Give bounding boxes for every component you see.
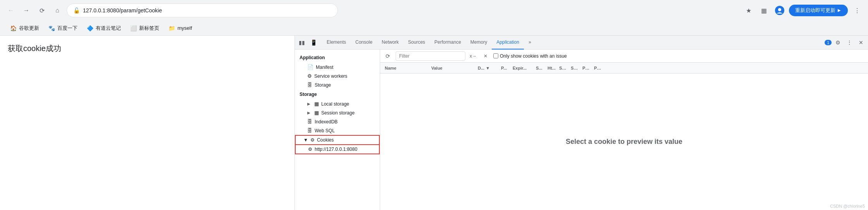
- col-samesite[interactable]: Sa...: [569, 66, 581, 70]
- col-size[interactable]: S...: [534, 66, 546, 70]
- col-domain[interactable]: D... ▼: [476, 66, 499, 70]
- col-expires[interactable]: Expir...: [511, 66, 534, 70]
- bookmark-label: 有道云笔记: [96, 25, 121, 32]
- bookmark-label: myself: [177, 25, 192, 31]
- col-path[interactable]: P...: [499, 66, 511, 70]
- devtools-body: Application 📄 Manifest ⚙ Service workers…: [295, 50, 868, 210]
- web-sql-icon: 🗄: [307, 128, 312, 133]
- cookie-preview-area: Select a cookie to preview its value: [380, 73, 868, 210]
- filter-clear-button[interactable]: ✕: [481, 51, 490, 61]
- manifest-icon: 📄: [307, 64, 313, 70]
- lock-icon: 🔓: [73, 7, 80, 14]
- menu-icon[interactable]: ⋮: [851, 4, 863, 17]
- devtools-main: ⟳ x→ ✕ Only show cookies with an issue N…: [380, 50, 868, 210]
- close-devtools-icon[interactable]: ✕: [856, 37, 866, 48]
- tab-elements[interactable]: Elements: [322, 36, 351, 50]
- sidebar-manifest[interactable]: 📄 Manifest: [295, 63, 380, 72]
- google-icon: 🏠: [10, 25, 17, 31]
- nav-right: ★ ▦ 重新启动即可更新 ► ⋮: [742, 4, 863, 17]
- refresh-cookies-button[interactable]: ⟳: [383, 51, 393, 61]
- folder-icon: 📁: [169, 25, 175, 31]
- settings-icon[interactable]: ⚙: [832, 37, 843, 48]
- bookmark-newtab[interactable]: ⬜ 新标签页: [126, 23, 163, 33]
- main-area: 获取cookie成功 ▮▮ 📱 Elements Console Network…: [0, 36, 868, 210]
- cookies-arrow: ▼: [303, 137, 308, 143]
- address-bar[interactable]: 🔓 127.0.0.1:8080/param/getCookie: [67, 3, 338, 17]
- service-workers-label: Service workers: [314, 73, 347, 79]
- col-value[interactable]: Value: [430, 66, 476, 70]
- devtools-tabs-bar: ▮▮ 📱 Elements Console Network Sources Pe…: [295, 36, 868, 50]
- tab-console[interactable]: Console: [351, 36, 377, 50]
- only-issues-checkbox-label[interactable]: Only show cookies with an issue: [493, 53, 567, 59]
- inspect-element-icon[interactable]: ▮▮: [296, 37, 307, 48]
- tab-performance[interactable]: Performance: [430, 36, 466, 50]
- application-section-header: Application: [295, 53, 380, 63]
- sidebar-indexeddb[interactable]: 🗄 IndexedDB: [295, 117, 380, 126]
- bookmark-baidu[interactable]: 🐾 百度一下: [45, 23, 81, 33]
- storage-label: Storage: [315, 82, 331, 88]
- back-button[interactable]: ←: [5, 4, 17, 17]
- only-issues-checkbox[interactable]: [493, 53, 498, 58]
- profile-icon[interactable]: [773, 4, 786, 17]
- cookie-table-header: Name Value D... ▼ P... Expir...: [380, 63, 868, 73]
- col-secure[interactable]: Se...: [558, 66, 569, 70]
- col-httponly[interactable]: Ht...: [546, 66, 558, 70]
- col-priority[interactable]: Pri...: [592, 66, 604, 70]
- col-name[interactable]: Name: [383, 66, 430, 70]
- filter-input[interactable]: [396, 51, 465, 61]
- filter-bar: ⟳ x→ ✕ Only show cookies with an issue: [380, 50, 868, 63]
- session-storage-label: Session storage: [321, 110, 355, 116]
- svg-point-1: [778, 8, 781, 11]
- webpage-content: 获取cookie成功: [0, 36, 294, 210]
- tab-memory[interactable]: Memory: [466, 36, 492, 50]
- tab-network[interactable]: Network: [377, 36, 403, 50]
- bookmark-label: 百度一下: [57, 25, 78, 32]
- sidebar-storage[interactable]: 🗄 Storage: [295, 80, 380, 89]
- cookies-label: Cookies: [317, 137, 334, 143]
- only-issues-label-text: Only show cookies with an issue: [500, 53, 567, 59]
- url-text: 127.0.0.1:8080/param/getCookie: [83, 7, 162, 14]
- local-storage-icon: ▦: [314, 101, 319, 107]
- extensions-icon[interactable]: ▦: [758, 4, 770, 17]
- sidebar-cookies[interactable]: ▼ ⚙ Cookies: [295, 135, 380, 145]
- bookmark-label: 谷歌更新: [19, 25, 39, 32]
- more-options-icon[interactable]: ⋮: [844, 37, 855, 48]
- tab-application[interactable]: Application: [492, 36, 524, 50]
- star-icon[interactable]: ★: [742, 4, 755, 17]
- session-storage-icon: ▦: [314, 110, 319, 116]
- cookies-icon: ⚙: [310, 137, 315, 143]
- tab-sources[interactable]: Sources: [403, 36, 430, 50]
- bookmark-google-update[interactable]: 🏠 谷歌更新: [6, 23, 43, 33]
- sidebar-service-workers[interactable]: ⚙ Service workers: [295, 72, 380, 80]
- filter-regex-button[interactable]: x→: [468, 51, 478, 61]
- sidebar-session-storage[interactable]: ▶ ▦ Session storage: [295, 108, 380, 117]
- tab-more[interactable]: »: [524, 36, 536, 50]
- storage-icon: 🗄: [307, 82, 312, 88]
- bookmark-myself[interactable]: 📁 myself: [165, 24, 196, 33]
- devtools-sidebar: Application 📄 Manifest ⚙ Service workers…: [295, 50, 380, 210]
- home-button[interactable]: ⌂: [51, 4, 64, 17]
- devtools-tool-icons: ▮▮ 📱: [296, 37, 319, 48]
- bookmark-youdao[interactable]: 🔷 有道云笔记: [83, 23, 125, 33]
- cookies-sub-label: http://127.0.0.1:8080: [315, 147, 357, 152]
- reload-button[interactable]: ⟳: [36, 4, 48, 17]
- col-partitioned[interactable]: Pa...: [581, 66, 592, 70]
- sidebar-cookies-sub[interactable]: ⚙ http://127.0.0.1:8080: [295, 145, 380, 154]
- session-storage-arrow: ▶: [307, 111, 312, 115]
- sidebar-local-storage[interactable]: ▶ ▦ Local storage: [295, 99, 380, 108]
- devtools-panel: ▮▮ 📱 Elements Console Network Sources Pe…: [294, 36, 868, 210]
- devtools-right-icons: 1 ⚙ ⋮ ✕: [825, 37, 866, 48]
- sidebar-web-sql[interactable]: 🗄 Web SQL: [295, 126, 380, 135]
- indexeddb-icon: 🗄: [307, 119, 312, 125]
- indexeddb-label: IndexedDB: [315, 119, 338, 125]
- bookmark-label: 新标签页: [139, 25, 159, 32]
- select-cookie-message: Select a cookie to preview its value: [380, 138, 868, 146]
- storage-section-header: Storage: [295, 89, 380, 99]
- service-workers-icon: ⚙: [307, 73, 312, 79]
- baidu-icon: 🐾: [48, 25, 55, 31]
- update-button[interactable]: 重新启动即可更新 ►: [789, 5, 848, 16]
- device-toolbar-icon[interactable]: 📱: [308, 37, 319, 48]
- newtab-icon: ⬜: [130, 25, 137, 31]
- manifest-label: Manifest: [316, 65, 333, 70]
- forward-button[interactable]: →: [20, 4, 33, 17]
